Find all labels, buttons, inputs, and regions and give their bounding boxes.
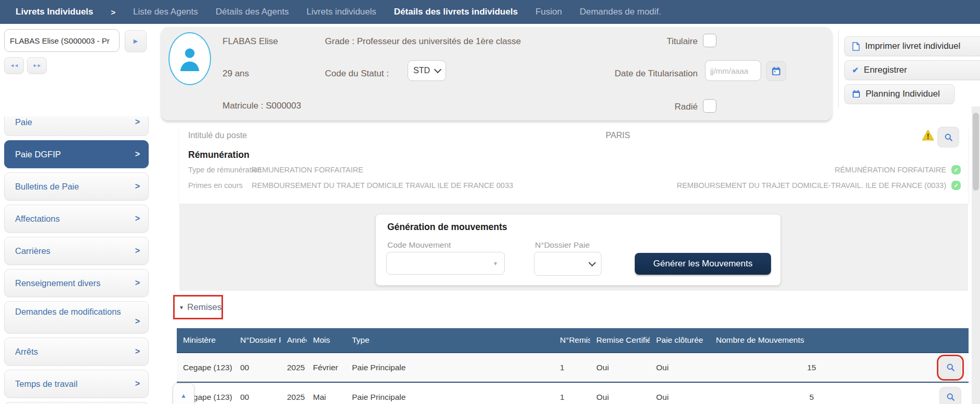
next-agent-button[interactable]: ►► <box>27 57 47 74</box>
valid-check-icon: ✓ <box>951 165 961 174</box>
play-icon: ► <box>132 37 139 45</box>
chevron-down-icon <box>434 66 441 73</box>
generer-mouvements-button[interactable]: Générer les Mouvements <box>635 253 771 275</box>
col-remise: N°Remise <box>554 328 590 353</box>
nav-item-fusion[interactable]: Fusion <box>535 7 562 17</box>
cell-mois: Février <box>307 353 346 382</box>
chevron-right-icon: > <box>135 347 140 356</box>
planning-individuel-button[interactable]: Planning Individuel <box>844 84 955 104</box>
sidebar-item-renseignement-divers[interactable]: Renseignement divers > <box>4 269 149 297</box>
col-dossier-paie: N°Dossier Paie <box>234 328 281 353</box>
date-titularisation-label: Date de Titularisation <box>563 69 698 79</box>
row-value-mapped: RÉMUNÉRATION FORFAITAIRE <box>834 166 951 174</box>
sidebar-item-clipped-wrap: Paie > <box>4 116 149 136</box>
scroll-to-top-button[interactable]: ▲ <box>173 383 194 404</box>
poste-search-button[interactable] <box>937 127 959 147</box>
generation-title: Génération de mouvements <box>387 222 507 233</box>
chevron-right-icon: > <box>135 379 140 388</box>
sidebar-item-label: Carrières <box>15 246 50 256</box>
print-livret-button[interactable]: Imprimer livret individuel <box>844 36 980 56</box>
agent-grade: Grade : Professeur des universités de 1è… <box>325 36 521 47</box>
next-icon: ►► <box>33 63 41 68</box>
agent-go-button[interactable]: ► <box>125 30 147 52</box>
sidebar-item-label: Affectations <box>15 214 60 224</box>
nav-item-details-des-livrets-individuels[interactable]: Détails des livrets individuels <box>394 7 518 17</box>
code-mouvement-label: Code Mouvement <box>387 240 451 250</box>
sidebar-item-affectations[interactable]: Affectations > <box>4 205 149 233</box>
radie-checkbox[interactable] <box>703 99 716 113</box>
valid-check-icon: ✓ <box>951 181 961 190</box>
agent-matricule: Matricule : S000003 <box>223 101 301 111</box>
chevron-down-icon <box>589 259 596 266</box>
remises-toggle[interactable]: ▾ Remises <box>173 295 223 319</box>
sidebar-item-arrets[interactable]: Arrêts > <box>4 338 149 366</box>
col-type: Type <box>346 328 554 353</box>
generation-card: Génération de mouvements Code Mouvement … <box>375 214 781 286</box>
date-titularisation-input[interactable] <box>705 60 761 81</box>
nav-item-livrets-individuels[interactable]: Livrets individuels <box>307 7 376 17</box>
sidebar-item-label: Demandes de modifications <box>15 307 121 316</box>
cell-remise: 1 <box>554 353 590 382</box>
remuneration-title: Rémunération <box>188 150 250 160</box>
nav-item-liste-des-agents[interactable]: Liste des Agents <box>133 7 198 17</box>
remises-title: Remises <box>187 302 221 313</box>
chevron-right-icon: > <box>135 278 140 288</box>
col-nombre-mouvements: Nombre de Mouvements <box>710 328 907 353</box>
avatar <box>168 32 211 85</box>
cell-annee: 2025 <box>281 382 307 404</box>
date-picker-button[interactable] <box>766 61 786 81</box>
sidebar-item-paie[interactable]: Paie > <box>4 116 149 136</box>
dossier-paie-label: N°Dossier Paie <box>535 240 590 250</box>
action-label: Enregistrer <box>864 65 907 75</box>
titulaire-checkbox[interactable] <box>703 34 716 47</box>
table-row: Cegape (123) 00 2025 Mai Paie Principale… <box>177 382 969 404</box>
nav-brand[interactable]: Livrets Individuels <box>16 7 93 17</box>
cell-type: Paie Principale <box>346 382 554 404</box>
save-button[interactable]: ✔ Enregistrer <box>844 60 980 80</box>
sidebar-item-paie-dgfip[interactable]: Paie DGFIP > <box>4 140 149 168</box>
cell-certifiee: Oui <box>590 353 650 382</box>
previous-agent-button[interactable]: ◄◄ <box>4 57 24 74</box>
scrollbar-thumb[interactable] <box>973 113 979 191</box>
sidebar-item-label: Temps de travail <box>15 379 77 389</box>
cell-cloturee: Oui <box>650 353 710 382</box>
table-header-row: Ministère N°Dossier Paie Année Mois Type… <box>177 328 969 353</box>
row-detail-button-highlighted[interactable] <box>939 357 961 378</box>
cell-cloturee: Oui <box>650 382 710 404</box>
intitule-poste-label: Intitulé du poste <box>188 131 247 140</box>
select-arrow-icon: ▼ <box>493 261 498 266</box>
header-actions-divider <box>838 30 839 108</box>
table-row: Cegape (123) 00 2025 Février Paie Princi… <box>177 353 969 382</box>
magnifier-icon <box>946 363 955 372</box>
statut-select[interactable]: STD <box>408 60 446 81</box>
nav-item-details-des-agents[interactable]: Détails des Agents <box>216 7 289 17</box>
vertical-scrollbar <box>972 106 980 404</box>
chevron-right-icon: > <box>135 214 140 223</box>
sidebar-item-temps-de-travail[interactable]: Temps de travail > <box>4 370 149 398</box>
sidebar-item-carrieres[interactable]: Carrières > <box>4 237 149 265</box>
sidebar-item-demandes-de-modifications[interactable]: Demandes de modifications > <box>4 301 149 333</box>
sidebar-item-label: Renseignement divers <box>15 278 100 288</box>
row-value: REMBOURSEMENT DU TRAJET DOMICILE TRAVAIL… <box>252 181 513 190</box>
cell-type: Paie Principale <box>346 353 554 382</box>
row-value-mapped: REMBOURSEMENT DU TRAJET DOMICILE-TRAVAIL… <box>677 181 951 190</box>
previous-icon: ◄◄ <box>10 63 18 68</box>
row-detail-button[interactable] <box>939 387 961 404</box>
remises-table: Ministère N°Dossier Paie Année Mois Type… <box>177 328 969 404</box>
agent-name: FLABAS Elise <box>223 36 278 47</box>
agent-search-input[interactable] <box>4 29 120 52</box>
titulaire-label: Titulaire <box>563 36 698 47</box>
dossier-paie-select[interactable] <box>534 252 602 276</box>
sidebar-item-bulletins-de-paie[interactable]: Bulletins de Paie > <box>4 172 149 200</box>
cell-nombre: 15 <box>710 353 907 382</box>
chevron-right-icon: > <box>135 150 140 159</box>
magnifier-icon <box>946 393 955 401</box>
nav-item-demandes-de-modif[interactable]: Demandes de modif. <box>580 7 661 17</box>
col-ministere: Ministère <box>177 328 234 353</box>
person-icon <box>178 45 202 73</box>
breadcrumb-separator: > <box>111 8 115 17</box>
col-actions <box>907 328 969 353</box>
code-mouvement-select[interactable]: ▼ <box>386 252 505 275</box>
row-label: Primes en cours <box>188 181 252 190</box>
calendar-icon <box>772 66 781 76</box>
